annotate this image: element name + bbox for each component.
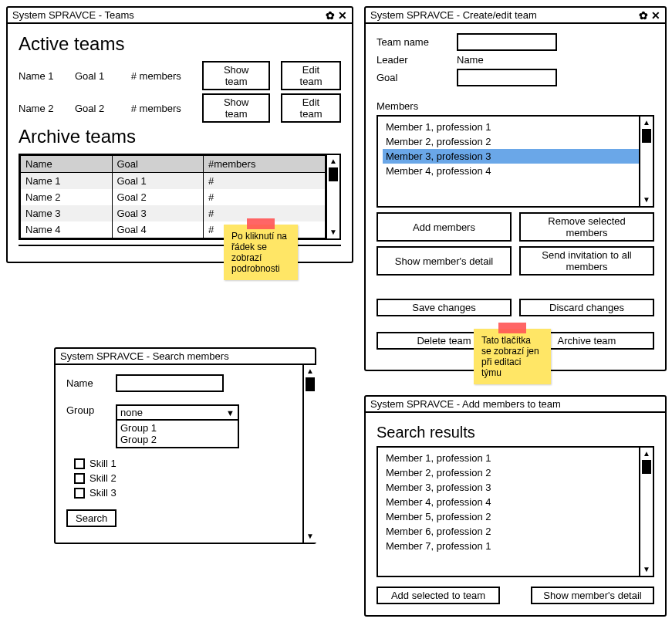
checkbox-icon [74, 458, 85, 469]
chevron-down-icon: ▼ [226, 408, 235, 418]
scroll-thumb[interactable] [642, 460, 651, 474]
scroll-thumb[interactable] [329, 167, 338, 181]
checkbox-icon [74, 473, 85, 484]
sticky-note: Tato tlačítka se zobrazí jen při editaci… [474, 329, 551, 384]
list-item[interactable]: Member 2, profession 2 [383, 465, 648, 480]
table-row[interactable]: Name 2 Goal 2 # [21, 189, 326, 205]
show-detail-button[interactable]: Show member's detail [377, 246, 512, 276]
teams-window: System SPRAVCE - Teams ✿ ✕ Active teams … [6, 6, 353, 263]
table-row[interactable]: Name 1 Goal 1 # [21, 173, 326, 190]
search-results-heading: Search results [377, 424, 654, 441]
active-team-row: Name 1 Goal 1 # members Show team Edit t… [19, 61, 341, 90]
list-item[interactable]: Member 5, profession 2 [383, 509, 648, 524]
leader-label: Leader [377, 54, 446, 66]
gear-icon[interactable]: ✿ [326, 10, 335, 21]
window-title: System SPRAVCE - Teams [12, 9, 134, 21]
col-goal[interactable]: Goal [112, 156, 204, 173]
save-changes-button[interactable]: Save changes [377, 299, 512, 316]
show-team-button[interactable]: Show team [202, 61, 270, 90]
team-members: # members [131, 70, 192, 82]
scroll-down-icon[interactable]: ▼ [306, 530, 314, 543]
show-team-button[interactable]: Show team [202, 93, 270, 123]
group-select[interactable]: none ▼ [116, 404, 239, 421]
results-listbox[interactable]: Member 1, profession 1 Member 2, profess… [377, 446, 654, 577]
list-item[interactable]: Member 1, profession 1 [383, 120, 648, 134]
scroll-up-icon[interactable]: ▲ [643, 448, 650, 460]
scroll-up-icon[interactable]: ▲ [329, 155, 337, 167]
team-name: Name 1 [19, 70, 64, 82]
leader-value: Name [457, 54, 484, 66]
scrollbar[interactable]: ▲ ▼ [302, 365, 316, 543]
list-item[interactable]: Member 4, profession 4 [383, 164, 648, 178]
scroll-thumb[interactable] [306, 377, 315, 391]
close-icon[interactable]: ✕ [338, 10, 347, 21]
remove-members-button[interactable]: Remove selected members [519, 212, 654, 242]
members-listbox[interactable]: Member 1, profession 1 Member 2, profess… [377, 115, 654, 208]
tape-icon [247, 218, 275, 229]
skill-checkbox[interactable]: Skill 3 [74, 487, 292, 499]
skill-checkbox[interactable]: Skill 1 [74, 458, 292, 469]
search-members-window: System SPRAVCE - Search members Name Gro… [54, 347, 316, 544]
list-item[interactable]: Member 6, profession 2 [383, 524, 648, 539]
add-selected-button[interactable]: Add selected to team [377, 587, 500, 604]
goal-input[interactable] [457, 69, 557, 86]
team-name-label: Team name [377, 36, 446, 48]
gear-icon[interactable]: ✿ [639, 10, 648, 21]
table-row[interactable]: Name 3 Goal 3 # [21, 205, 326, 221]
add-members-button[interactable]: Add members [377, 212, 512, 242]
group-option[interactable]: Group 1 [120, 422, 235, 434]
window-title: System SPRAVCE - Create/edit team [370, 9, 537, 21]
group-label: Group [66, 404, 105, 416]
search-button[interactable]: Search [66, 509, 117, 527]
team-name-input[interactable] [457, 33, 557, 51]
show-detail-button[interactable]: Show member's detail [531, 587, 654, 604]
sticky-note: Po kliknutí na řádek se zobrazí podrobno… [224, 225, 298, 280]
scroll-down-icon[interactable]: ▼ [329, 226, 337, 238]
col-members[interactable]: #members [204, 156, 326, 173]
archive-teams-heading: Archive teams [19, 126, 341, 147]
close-icon[interactable]: ✕ [651, 10, 660, 21]
scrollbar[interactable]: ▲ ▼ [326, 155, 339, 238]
skill-checkbox[interactable]: Skill 2 [74, 472, 292, 484]
window-title: System SPRAVCE - Add members to team [370, 398, 561, 410]
send-invitation-button[interactable]: Send invitation to all members [519, 246, 654, 276]
col-name[interactable]: Name [21, 156, 113, 173]
discard-changes-button[interactable]: Discard changes [519, 299, 654, 316]
scroll-down-icon[interactable]: ▼ [643, 563, 650, 576]
window-title: System SPRAVCE - Search members [60, 350, 229, 362]
scroll-thumb[interactable] [642, 129, 651, 143]
members-label: Members [377, 100, 654, 112]
edit-team-button[interactable]: Edit team [281, 93, 341, 123]
scroll-up-icon[interactable]: ▲ [306, 365, 314, 377]
list-item[interactable]: Member 3, profession 3 [383, 149, 648, 164]
name-input[interactable] [116, 374, 224, 392]
team-goal: Goal 2 [75, 103, 120, 114]
titlebar: System SPRAVCE - Search members [56, 349, 315, 365]
edit-team-window: System SPRAVCE - Create/edit team ✿ ✕ Te… [364, 6, 667, 371]
edit-team-button[interactable]: Edit team [281, 61, 341, 90]
scroll-down-icon[interactable]: ▼ [643, 194, 650, 206]
active-teams-heading: Active teams [19, 33, 341, 55]
scroll-up-icon[interactable]: ▲ [643, 117, 650, 129]
list-item[interactable]: Member 4, profession 4 [383, 495, 648, 509]
add-members-window: System SPRAVCE - Add members to team Sea… [364, 395, 667, 617]
titlebar: System SPRAVCE - Add members to team [366, 397, 665, 413]
scrollbar[interactable]: ▲ ▼ [639, 117, 653, 206]
group-option[interactable]: Group 2 [120, 434, 235, 445]
name-label: Name [66, 377, 105, 389]
team-goal: Goal 1 [75, 70, 120, 82]
team-members: # members [131, 103, 192, 114]
active-team-row: Name 2 Goal 2 # members Show team Edit t… [19, 93, 341, 123]
list-item[interactable]: Member 1, profession 1 [383, 451, 648, 465]
list-item[interactable]: Member 3, profession 3 [383, 480, 648, 495]
team-name: Name 2 [19, 103, 64, 114]
titlebar: System SPRAVCE - Teams ✿ ✕ [8, 8, 352, 24]
goal-label: Goal [377, 72, 446, 83]
scrollbar[interactable]: ▲ ▼ [639, 448, 653, 576]
tape-icon [498, 323, 526, 333]
list-item[interactable]: Member 2, profession 2 [383, 134, 648, 149]
titlebar: System SPRAVCE - Create/edit team ✿ ✕ [366, 8, 665, 24]
checkbox-icon [74, 488, 85, 499]
list-item[interactable]: Member 7, profession 1 [383, 539, 648, 553]
group-options: Group 1 Group 2 [116, 421, 239, 448]
